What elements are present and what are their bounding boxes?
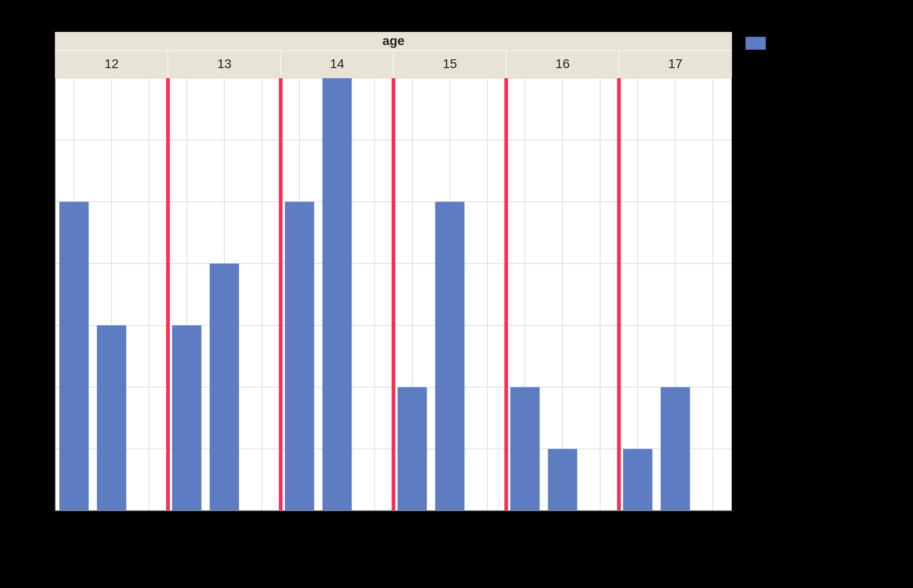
facet-header-label: 13 [217, 57, 231, 71]
facet-header-label: 12 [104, 57, 119, 71]
bar [398, 387, 427, 511]
bar [623, 449, 653, 511]
bar [661, 387, 690, 511]
faceted-bar-chart: age121314151617 [0, 0, 913, 588]
bar [285, 202, 314, 511]
facet-header-label: 17 [668, 57, 682, 71]
bar [172, 325, 202, 511]
facet-header-label: 14 [330, 57, 344, 71]
facet-variable-label: age [382, 34, 404, 48]
facet-header-label: 16 [555, 57, 570, 71]
bar [510, 387, 540, 511]
legend-swatch [745, 37, 766, 50]
bar [97, 325, 127, 511]
bar [323, 78, 352, 511]
facet-header-label: 15 [443, 57, 457, 71]
bar [59, 202, 89, 511]
bar [548, 449, 578, 511]
bar [435, 202, 465, 511]
bar [210, 264, 239, 511]
